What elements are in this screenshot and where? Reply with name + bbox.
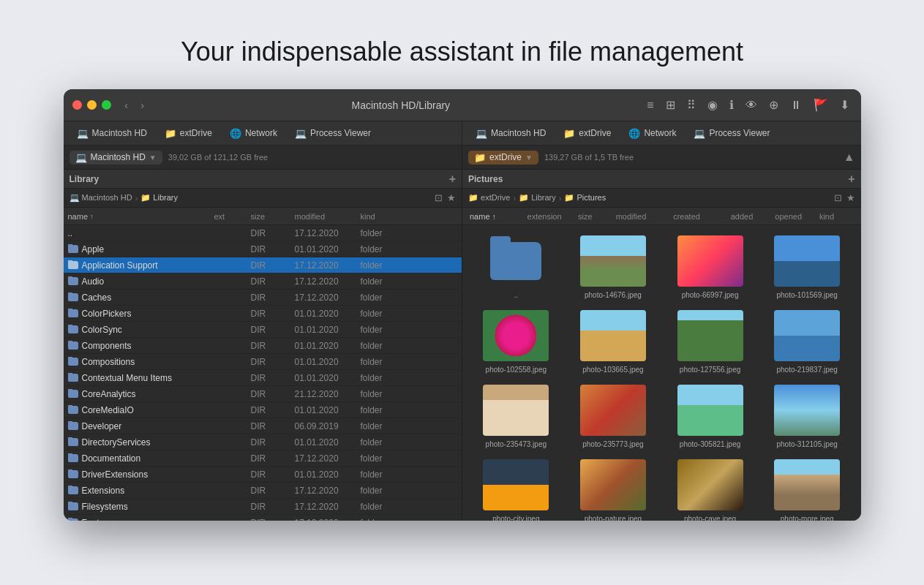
left-row-apple[interactable]: Apple DIR 01.01.2020 folder [64,241,462,257]
r-col-created-header[interactable]: created [670,212,724,221]
photo-item-219837[interactable]: photo-219837.jpeg [759,306,855,379]
photo-item-235773[interactable]: photo-235773.jpeg [566,380,661,453]
left-breadcrumb-sep1: › [135,194,138,203]
left-row-colorsync[interactable]: ColorSync DIR 01.01.2020 folder [64,322,462,338]
photo-item-101569[interactable]: photo-101569.jpeg [759,231,855,304]
minimize-button[interactable] [87,100,97,110]
photo-item-102558[interactable]: photo-102558.jpeg [468,306,564,379]
photo-item-mountain[interactable]: photo-more.jpeg [759,455,855,521]
left-row-application-support[interactable]: Application Support DIR 17.12.2020 folde… [64,257,462,273]
folder-icon [68,325,78,333]
compare-icon[interactable]: ⊕ [766,97,781,113]
left-row-up[interactable]: .. DIR 17.12.2020 folder [64,225,462,241]
r-col-name-header[interactable]: name ↑ [467,212,520,221]
photo-item-235473[interactable]: photo-235473.jpeg [468,380,564,453]
left-panel-title: Library [70,174,99,184]
photo-thumb-235773 [580,385,646,436]
traffic-lights [72,100,111,110]
right-add-button[interactable]: + [848,173,854,186]
left-row-fonts[interactable]: Fonts DIR 17.12.2020 folder [64,515,462,521]
right-panel-header: Pictures + [462,170,861,189]
left-row-audio[interactable]: Audio DIR 17.12.2020 folder [64,273,462,290]
grid-view-icon[interactable]: ⠿ [684,97,699,113]
maximize-button[interactable] [102,100,111,110]
col-name-header[interactable]: name ↑ [68,212,214,221]
photo-item-city[interactable]: photo-city.jpeg [468,455,564,521]
forward-button[interactable]: › [136,99,149,111]
photo-thumb-mountain [774,459,840,510]
right-filter-icon[interactable]: ⊡ [834,192,842,203]
left-tab-extdrive[interactable]: 📁 extDrive [157,126,219,141]
photo-item-305821[interactable]: photo-305821.jpeg [662,380,758,453]
photo-item-66997[interactable]: photo-66997.jpeg [662,231,758,304]
pause-icon[interactable]: ⏸ [787,97,805,113]
list-view-icon[interactable]: ≡ [644,97,656,113]
right-drive-selector[interactable]: 📁 extDrive ▼ [468,151,538,165]
left-tab-network[interactable]: 🌐 Network [222,126,285,141]
left-row-compositions[interactable]: Compositions DIR 01.01.2020 folder [64,354,462,370]
left-breadcrumb-library[interactable]: 📁 Library [140,193,178,203]
right-location-bar: 📁 extDrive ▼ 139,27 GB of 1,5 TB free ▲ [462,146,861,169]
col-kind-header[interactable]: kind [361,212,412,221]
photo-item-up[interactable]: .. [468,231,564,304]
left-row-coremediaio[interactable]: CoreMediaIO DIR 01.01.2020 folder [64,402,462,418]
photo-item-127556[interactable]: photo-127556.jpeg [662,306,758,379]
right-tab-process[interactable]: 💻 Process Viewer [686,126,777,141]
r-col-modified-header[interactable]: modified [613,212,666,221]
photo-item-cave[interactable]: photo-cave.jpeg [662,455,758,521]
left-row-extensions[interactable]: Extensions DIR 17.12.2020 folder [64,483,462,499]
col-ext-header[interactable]: ext [214,212,251,221]
left-tab-macintosh[interactable]: 💻 Macintosh HD [70,126,154,141]
left-row-filesystems[interactable]: Filesystems DIR 17.12.2020 folder [64,499,462,515]
r-col-opened-header[interactable]: opened [772,212,812,221]
r-col-added-header[interactable]: added [728,212,768,221]
left-drive-selector[interactable]: 💻 Macintosh HD ▼ [70,151,162,165]
r-col-kind-header[interactable]: kind [816,212,857,221]
close-button[interactable] [72,100,82,110]
left-file-list: .. DIR 17.12.2020 folder Apple DIR 01.01… [64,225,462,521]
left-row-caches[interactable]: Caches DIR 17.12.2020 folder [64,290,462,306]
right-tab-macintosh[interactable]: 💻 Macintosh HD [468,126,553,141]
left-row-components[interactable]: Components DIR 01.01.2020 folder [64,338,462,354]
left-row-documentation[interactable]: Documentation DIR 17.12.2020 folder [64,450,462,467]
left-row-coreanalytics[interactable]: CoreAnalytics DIR 21.12.2020 folder [64,386,462,402]
column-view-icon[interactable]: ⊞ [663,97,678,113]
right-star-icon[interactable]: ★ [846,192,855,203]
preview-icon[interactable]: 👁 [743,97,760,113]
left-star-icon[interactable]: ★ [447,192,456,203]
toggle-icon[interactable]: ◉ [705,97,721,113]
col-modified-header[interactable]: modified [295,212,361,221]
right-breadcrumb-pictures[interactable]: 📁 Pictures [564,193,606,203]
right-tab-extdrive[interactable]: 📁 extDrive [556,126,618,141]
left-tab-process[interactable]: 💻 Process Viewer [288,126,378,141]
download-icon[interactable]: ⬇ [837,97,852,113]
photo-item-14676[interactable]: photo-14676.jpeg [566,231,661,304]
photo-label-nature2: photo-nature.jpeg [585,514,642,521]
left-filter-icon[interactable]: ⊡ [435,192,443,203]
photo-item-312105[interactable]: photo-312105.jpeg [759,380,855,453]
right-breadcrumb-library[interactable]: 📁 Library [519,193,556,203]
left-row-colorpickers[interactable]: ColorPickers DIR 01.01.2020 folder [64,306,462,322]
left-add-button[interactable]: + [449,173,456,186]
photo-thumb-103665 [580,310,646,361]
col-size-header[interactable]: size [251,212,295,221]
r-col-ext-header[interactable]: extension [525,212,571,221]
right-tab-network[interactable]: 🌐 Network [621,126,683,141]
left-row-driverextensions[interactable]: DriverExtensions DIR 01.01.2020 folder [64,467,462,483]
photo-item-103665[interactable]: photo-103665.jpeg [566,306,661,379]
right-scroll-top[interactable]: ▲ [844,151,855,164]
back-button[interactable]: ‹ [120,99,133,111]
left-row-directoryservices[interactable]: DirectoryServices DIR 01.01.2020 folder [64,434,462,450]
left-row-developer[interactable]: Developer DIR 06.09.2019 folder [64,418,462,434]
nav-arrows: ‹ › [120,99,149,111]
r-col-size-header[interactable]: size [575,212,609,221]
left-row-contextual[interactable]: Contextual Menu Items DIR 01.01.2020 fol… [64,370,462,386]
photo-item-nature2[interactable]: photo-nature.jpeg [566,455,661,521]
right-breadcrumb-actions: ⊡ ★ [834,192,855,203]
left-breadcrumb-drive[interactable]: 💻 Macintosh HD [70,193,132,203]
right-location-info: 139,27 GB of 1,5 TB free [544,153,634,162]
right-breadcrumb-drive[interactable]: 📁 extDrive [468,193,510,203]
info-icon[interactable]: ℹ [726,97,737,113]
flag-icon[interactable]: 🚩 [811,97,831,113]
left-panel: Library + 💻 Macintosh HD › 📁 Library ⊡ ★… [64,170,463,521]
